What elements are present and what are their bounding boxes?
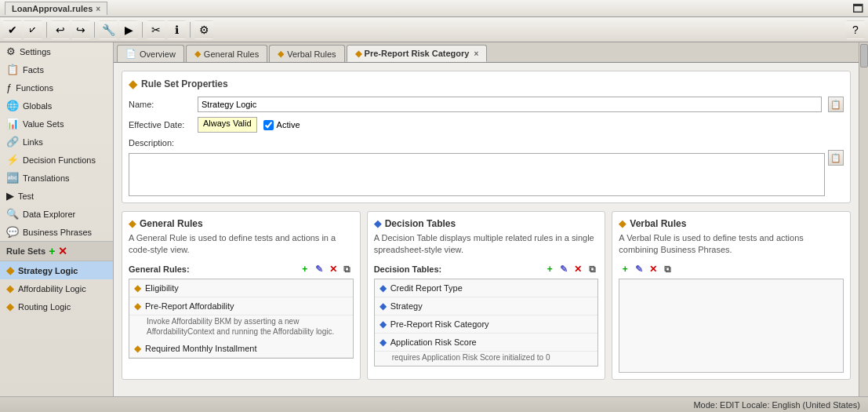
sidebar-item-data-explorer[interactable]: 🔍 Data Explorer bbox=[0, 205, 113, 223]
right-scrollbar[interactable] bbox=[859, 42, 868, 396]
data-explorer-icon: 🔍 bbox=[6, 208, 19, 220]
general-rules-list-label-text: General Rules: bbox=[129, 264, 190, 274]
sidebar-item-routing-logic[interactable]: ◆ Routing Logic bbox=[0, 297, 113, 315]
arrow-button[interactable]: ▶ bbox=[119, 20, 138, 39]
list-item[interactable]: ◆ Strategy bbox=[375, 297, 598, 315]
save-button[interactable]: 🗸 bbox=[24, 20, 42, 39]
sidebar: ⚙ Settings 📋 Facts ƒ Functions 🌐 Globals… bbox=[0, 42, 114, 396]
sidebar-item-test[interactable]: ▶ Test bbox=[0, 187, 113, 205]
general-rules-copy-icon[interactable]: ⧉ bbox=[341, 263, 354, 275]
columns-area: ◆ General Rules A General Rule is used t… bbox=[122, 211, 851, 380]
general-rules-tab-icon: ◆ bbox=[194, 49, 201, 59]
verbal-rules-edit-icon[interactable]: ✎ bbox=[633, 263, 645, 275]
sidebar-item-strategy-logic[interactable]: ◆ Strategy Logic bbox=[0, 261, 113, 279]
sidebar-item-globals[interactable]: 🌐 Globals bbox=[0, 97, 113, 115]
sidebar-item-label: Value Sets bbox=[23, 119, 64, 129]
status-text: Mode: EDIT Locale: English (United State… bbox=[693, 400, 860, 410]
verbal-rules-diamond-icon: ◆ bbox=[619, 218, 626, 229]
description-label: Description: bbox=[129, 138, 174, 148]
file-tab[interactable]: LoanApproval.rules × bbox=[5, 2, 107, 15]
description-textarea[interactable] bbox=[129, 153, 825, 196]
verbal-rules-panel: ◆ Verbal Rules A Verbal Rule is used to … bbox=[612, 211, 851, 380]
name-label: Name: bbox=[129, 100, 191, 109]
name-input[interactable] bbox=[198, 97, 822, 112]
rule-sets-delete-icon[interactable]: ✕ bbox=[58, 245, 67, 257]
list-item[interactable]: ◆ Pre-Report Affordability bbox=[129, 297, 353, 315]
tools-button[interactable]: 🔧 bbox=[99, 20, 118, 39]
content-area: 📄 Overview ◆ General Rules ◆ Verbal Rule… bbox=[114, 42, 859, 396]
deploy-button[interactable]: ⚙ bbox=[194, 20, 213, 39]
list-item[interactable]: ◆ Eligibility bbox=[129, 279, 353, 297]
decision-tables-edit-icon[interactable]: ✎ bbox=[557, 263, 570, 275]
description-copy-button[interactable]: 📋 bbox=[828, 150, 844, 166]
sidebar-item-links[interactable]: 🔗 Links bbox=[0, 133, 113, 151]
tab-overview[interactable]: 📄 Overview bbox=[117, 45, 184, 62]
tab-close-icon[interactable]: × bbox=[474, 49, 478, 58]
pre-report-risk-label: Pre-Report Risk Category bbox=[390, 319, 489, 329]
list-item[interactable]: ◆ Pre-Report Risk Category bbox=[375, 315, 598, 334]
translations-icon: 🔤 bbox=[6, 172, 19, 184]
decision-tables-copy-icon[interactable]: ⧉ bbox=[586, 263, 598, 275]
affordability-logic-icon: ◆ bbox=[6, 283, 14, 294]
name-copy-button[interactable]: 📋 bbox=[828, 97, 844, 112]
tab-general-rules[interactable]: ◆ General Rules bbox=[186, 45, 267, 62]
list-item[interactable]: ◆ Required Monthly Installment bbox=[129, 340, 353, 358]
sidebar-item-facts[interactable]: 📋 Facts bbox=[0, 60, 113, 78]
verbal-rules-list bbox=[619, 279, 844, 373]
properties-title: ◆ Rule Set Properties bbox=[129, 78, 844, 90]
verbal-rules-delete-icon[interactable]: ✕ bbox=[647, 263, 659, 275]
active-checkbox[interactable] bbox=[263, 120, 274, 130]
status-bar: Mode: EDIT Locale: English (United State… bbox=[0, 396, 868, 412]
toolbar-sep-4 bbox=[190, 22, 191, 38]
sidebar-item-settings[interactable]: ⚙ Settings bbox=[0, 42, 113, 60]
info-button[interactable]: ℹ bbox=[167, 20, 186, 39]
sidebar-item-label: Globals bbox=[23, 101, 52, 111]
sidebar-item-translations[interactable]: 🔤 Translations bbox=[0, 169, 113, 187]
verbal-rules-desc: A Verbal Rule is used to define tests an… bbox=[619, 232, 844, 257]
checkmark-button[interactable]: ✔ bbox=[3, 20, 22, 39]
decision-tables-add-icon[interactable]: + bbox=[543, 263, 556, 275]
tab-pre-report-risk[interactable]: ◆ Pre-Report Risk Category × bbox=[347, 45, 488, 62]
sidebar-item-affordability-logic[interactable]: ◆ Affordability Logic bbox=[0, 279, 113, 297]
tab-verbal-rules[interactable]: ◆ Verbal Rules bbox=[269, 45, 344, 62]
decision-tables-delete-icon[interactable]: ✕ bbox=[572, 263, 584, 275]
application-risk-score-block: ◆ Application Risk Score requires Applic… bbox=[375, 334, 598, 366]
general-rules-add-icon[interactable]: + bbox=[299, 263, 311, 275]
file-tab-close[interactable]: × bbox=[96, 5, 100, 13]
verbal-rules-title-text: Verbal Rules bbox=[630, 218, 686, 229]
help-button[interactable]: ? bbox=[846, 20, 865, 39]
undo-button[interactable]: ↩ bbox=[51, 20, 70, 39]
sidebar-item-label: Business Phrases bbox=[23, 228, 92, 237]
list-item[interactable]: ◆ Application Risk Score bbox=[375, 334, 598, 352]
verbal-rules-copy-icon[interactable]: ⧉ bbox=[661, 263, 674, 275]
decision-tables-title-text: Decision Tables bbox=[385, 218, 456, 229]
value-sets-icon: 📊 bbox=[6, 118, 19, 129]
general-rules-delete-icon[interactable]: ✕ bbox=[327, 263, 340, 275]
decision-tables-actions: + ✎ ✕ ⧉ bbox=[543, 263, 598, 275]
properties-title-text: Rule Set Properties bbox=[141, 78, 228, 89]
pre-report-risk-icon: ◆ bbox=[380, 319, 387, 330]
sidebar-item-decision-functions[interactable]: ⚡ Decision Functions bbox=[0, 151, 113, 169]
tab-label: Overview bbox=[140, 49, 176, 59]
maximize-icon[interactable]: 🗖 bbox=[852, 2, 863, 15]
cut-button[interactable]: ✂ bbox=[147, 20, 165, 39]
tab-label: Verbal Rules bbox=[287, 49, 336, 59]
verbal-rules-add-icon[interactable]: + bbox=[619, 263, 631, 275]
sidebar-item-label: Links bbox=[23, 137, 43, 147]
settings-icon: ⚙ bbox=[6, 46, 16, 57]
links-icon: 🔗 bbox=[6, 136, 19, 148]
sidebar-item-functions[interactable]: ƒ Functions bbox=[0, 78, 113, 97]
redo-button[interactable]: ↪ bbox=[71, 20, 90, 39]
eligibility-label: Eligibility bbox=[145, 283, 179, 293]
list-item[interactable]: ◆ Credit Report Type bbox=[375, 279, 598, 297]
sidebar-item-business-phrases[interactable]: 💬 Business Phrases bbox=[0, 223, 113, 241]
sidebar-item-value-sets[interactable]: 📊 Value Sets bbox=[0, 115, 113, 133]
rule-sets-add-icon[interactable]: + bbox=[49, 245, 55, 257]
general-rules-diamond-icon: ◆ bbox=[129, 218, 136, 229]
strategy-label: Strategy bbox=[390, 301, 423, 311]
globals-icon: 🌐 bbox=[6, 100, 19, 111]
sidebar-item-label: Strategy Logic bbox=[18, 266, 78, 275]
effective-date-value[interactable]: Always Valid bbox=[198, 117, 257, 133]
general-rules-title-text: General Rules bbox=[140, 218, 203, 229]
general-rules-edit-icon[interactable]: ✎ bbox=[313, 263, 325, 275]
